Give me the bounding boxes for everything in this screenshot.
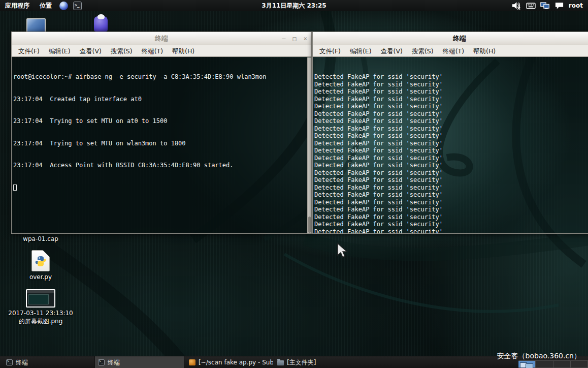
menu-item[interactable]: 文件(F) bbox=[14, 45, 44, 57]
menu-item[interactable]: 编辑(E) bbox=[44, 45, 75, 57]
volume-muted-icon[interactable] bbox=[512, 1, 521, 10]
terminal-line: Detected FakeAP for ssid 'security' bbox=[314, 147, 588, 155]
menu-bar: 文件(F)编辑(E)查看(V)搜索(S)终端(T)帮助(H) bbox=[12, 45, 311, 57]
terminal-line: Detected FakeAP for ssid 'security' bbox=[314, 199, 588, 206]
fakeap-output: Detected FakeAP for ssid 'security'Detec… bbox=[314, 73, 588, 233]
terminal-line: Detected FakeAP for ssid 'security' bbox=[314, 228, 588, 234]
workspace-cell-4[interactable] bbox=[571, 360, 588, 368]
terminal-line: Detected FakeAP for ssid 'security' bbox=[314, 117, 588, 125]
taskbar-item-label: 终端 bbox=[16, 358, 28, 367]
terminal-line: 23:17:04 Created tap interface at0 bbox=[13, 96, 311, 103]
workspace-cell-3[interactable] bbox=[553, 360, 571, 368]
menu-item[interactable]: 查看(V) bbox=[75, 45, 106, 57]
terminal-window-left[interactable]: 终端 – □ × 文件(F)编辑(E)查看(V)搜索(S)终端(T)帮助(H) … bbox=[11, 32, 312, 234]
terminal-output[interactable]: Detected FakeAP for ssid 'security'Detec… bbox=[313, 57, 588, 233]
terminal-line: Detected FakeAP for ssid 'security' bbox=[314, 140, 588, 147]
keyboard-icon[interactable] bbox=[526, 1, 536, 10]
taskbar-item-3[interactable]: [主文件夹] bbox=[274, 356, 335, 368]
titlebar[interactable]: 终端 bbox=[313, 32, 588, 45]
workspace-cell-1[interactable] bbox=[518, 360, 536, 368]
menu-item[interactable]: 帮助(H) bbox=[168, 45, 199, 57]
terminal-icon bbox=[6, 359, 13, 365]
terminal-icon bbox=[98, 359, 105, 365]
taskbar-item-label: 终端 bbox=[108, 358, 120, 367]
window-title: 终端 bbox=[155, 34, 168, 43]
desktop-item-screenshot[interactable]: 2017-03-11 23:13:10的屏幕截图.png bbox=[6, 289, 75, 325]
applications-menu[interactable]: 应用程序 bbox=[0, 0, 35, 11]
taskbar-item-1[interactable]: 终端 bbox=[94, 356, 184, 368]
menu-bar: 文件(F)编辑(E)查看(V)搜索(S)终端(T)帮助(H) bbox=[313, 45, 588, 57]
watermark: 安全客（bobao.360.cn） bbox=[497, 352, 581, 361]
terminal-line: Detected FakeAP for ssid 'security' bbox=[314, 110, 588, 118]
desktop-icon-column: wpa-01.cap over.py 2017-03-11 23:13:10的屏… bbox=[6, 235, 75, 328]
terminal-line: Detected FakeAP for ssid 'security' bbox=[314, 176, 588, 184]
menu-item[interactable]: 搜索(S) bbox=[407, 45, 438, 57]
terminal-line: Detected FakeAP for ssid 'security' bbox=[314, 96, 588, 103]
close-icon[interactable]: × bbox=[304, 35, 307, 42]
terminal-line: Detected FakeAP for ssid 'security' bbox=[314, 88, 588, 96]
menu-item[interactable]: 终端(T) bbox=[137, 45, 168, 57]
terminal-line: Detected FakeAP for ssid 'security' bbox=[314, 73, 588, 81]
sublime-icon bbox=[189, 359, 195, 365]
terminal-line: Detected FakeAP for ssid 'security' bbox=[314, 81, 588, 88]
mouse-pointer-icon bbox=[337, 243, 348, 258]
terminal-line: Detected FakeAP for ssid 'security' bbox=[314, 103, 588, 110]
terminal-cursor-line bbox=[13, 184, 311, 192]
screenshot-image-icon bbox=[26, 289, 55, 308]
terminal-line: Detected FakeAP for ssid 'security' bbox=[314, 184, 588, 192]
desktop-item-label: 2017-03-11 23:13:10的屏幕截图.png bbox=[6, 309, 75, 325]
desktop-item-label: wpa-01.cap bbox=[6, 235, 75, 243]
scrollbar[interactable] bbox=[307, 57, 311, 233]
terminal-line: Detected FakeAP for ssid 'security' bbox=[314, 191, 588, 199]
terminal-line: Detected FakeAP for ssid 'security' bbox=[314, 132, 588, 140]
chat-icon[interactable] bbox=[554, 1, 564, 10]
menu-item[interactable]: 文件(F) bbox=[315, 45, 345, 57]
minimize-icon[interactable]: – bbox=[282, 35, 285, 42]
terminal-line: Detected FakeAP for ssid 'security' bbox=[314, 125, 588, 133]
terminal-line: 23:17:04 Trying to set MTU on wlan3mon t… bbox=[13, 140, 311, 147]
terminal-line: Detected FakeAP for ssid 'security' bbox=[314, 221, 588, 228]
terminal-cursor bbox=[13, 185, 17, 191]
terminal-line: Detected FakeAP for ssid 'security' bbox=[314, 162, 588, 169]
taskbar-item-label: [主文件夹] bbox=[287, 358, 316, 367]
desktop: 应用程序 位置 >_ 3月11日星期六 23:25 bbox=[0, 0, 588, 368]
python-file-icon bbox=[31, 250, 50, 271]
username-label[interactable]: root bbox=[569, 2, 583, 9]
maximize-icon[interactable]: □ bbox=[293, 35, 297, 42]
terminal-line: 23:17:04 Trying to set MTU on at0 to 150… bbox=[13, 117, 311, 125]
desktop-item-wpa-cap[interactable]: wpa-01.cap bbox=[6, 235, 75, 243]
workspace-cell-2[interactable] bbox=[536, 360, 553, 368]
iceweasel-icon[interactable] bbox=[59, 2, 68, 10]
terminal-line: Detected FakeAP for ssid 'security' bbox=[314, 213, 588, 221]
terminal-icon[interactable]: >_ bbox=[73, 2, 82, 10]
terminal-line: root@icecolor:~# airbase-ng -e security … bbox=[13, 73, 311, 81]
menu-item[interactable]: 帮助(H) bbox=[469, 45, 500, 57]
titlebar[interactable]: 终端 – □ × bbox=[12, 32, 311, 45]
scrollbar-thumb[interactable] bbox=[308, 217, 311, 233]
window-title: 终端 bbox=[453, 34, 466, 43]
desktop-item-label: over.py bbox=[6, 273, 75, 281]
top-panel: 应用程序 位置 >_ 3月11日星期六 23:25 bbox=[0, 0, 588, 11]
menu-item[interactable]: 终端(T) bbox=[438, 45, 469, 57]
terminal-line: Detected FakeAP for ssid 'security' bbox=[314, 155, 588, 162]
window-buttons: – □ × bbox=[282, 32, 307, 45]
menu-item[interactable]: 查看(V) bbox=[376, 45, 407, 57]
places-menu[interactable]: 位置 bbox=[35, 0, 57, 11]
taskbar-item-0[interactable]: 终端 bbox=[3, 356, 79, 368]
menu-item[interactable]: 编辑(E) bbox=[345, 45, 376, 57]
folder-icon bbox=[277, 360, 284, 365]
terminal-line: Detected FakeAP for ssid 'security' bbox=[314, 169, 588, 177]
taskbar-item-label: [~/scan fake ap.py - Subli... bbox=[199, 359, 273, 366]
workspace-switcher bbox=[518, 360, 588, 368]
package-icon[interactable] bbox=[94, 16, 108, 32]
network-icon[interactable] bbox=[540, 1, 550, 10]
terminal-window-right[interactable]: 终端 文件(F)编辑(E)查看(V)搜索(S)终端(T)帮助(H) Detect… bbox=[312, 32, 588, 234]
terminal-output[interactable]: root@icecolor:~# airbase-ng -e security … bbox=[12, 57, 311, 233]
taskbar-item-2[interactable]: [~/scan fake ap.py - Subli... bbox=[186, 356, 273, 368]
desktop-item-overpy[interactable]: over.py bbox=[6, 250, 75, 281]
menu-item[interactable]: 搜索(S) bbox=[106, 45, 137, 57]
clock[interactable]: 3月11日星期六 23:25 bbox=[0, 2, 588, 10]
terminal-line: 23:17:04 Access Point with BSSID C8:3A:3… bbox=[13, 162, 311, 169]
terminal-line: Detected FakeAP for ssid 'security' bbox=[314, 206, 588, 213]
system-tray: root bbox=[512, 1, 588, 10]
